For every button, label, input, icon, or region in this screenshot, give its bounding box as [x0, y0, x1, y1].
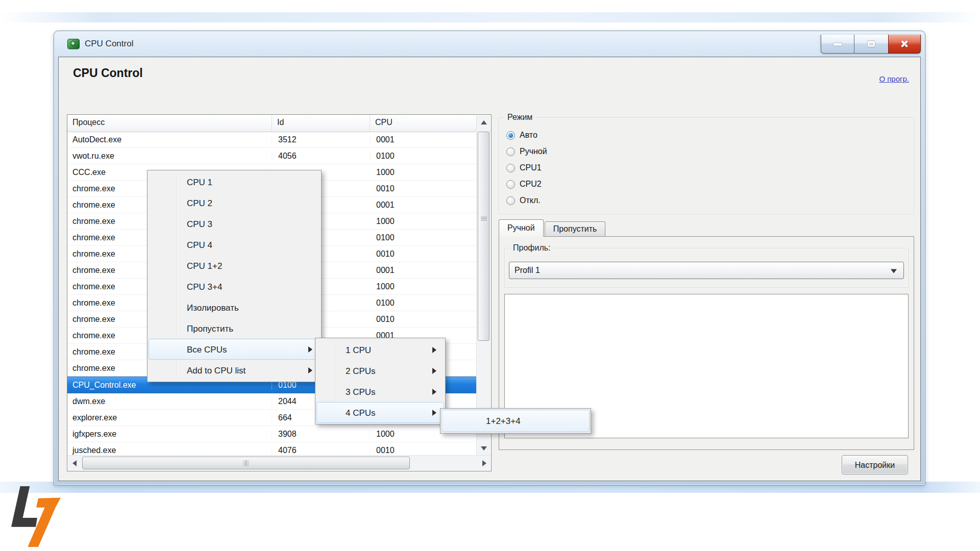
process-cpu-cell: 0100: [370, 233, 477, 242]
context-menu-item[interactable]: CPU 1: [149, 171, 320, 192]
radio-option[interactable]: Ручной: [506, 145, 547, 158]
profile-dropdown[interactable]: Profil 1: [509, 262, 904, 279]
cpu-count-menu-item[interactable]: 3 CPUs: [316, 381, 444, 402]
submenu-arrow-icon: [432, 368, 436, 374]
menu-item-label: Все CPUs: [187, 345, 227, 355]
process-id-cell: 4076: [272, 446, 370, 455]
menu-item-label: CPU 2: [187, 198, 212, 208]
radio-label: Ручной: [520, 147, 547, 156]
arrow-up-icon: [481, 120, 487, 124]
radio-label: CPU2: [520, 180, 542, 189]
context-menu-item[interactable]: Пропустить: [149, 318, 320, 339]
context-menu-item[interactable]: CPU 1+2: [149, 255, 320, 276]
profile-selected-value: Profil 1: [514, 266, 540, 274]
table-header: Процесс Id CPU: [67, 115, 491, 132]
radio-option[interactable]: CPU2: [506, 178, 542, 190]
chevron-down-icon: [891, 269, 897, 273]
thumb-grip-icon: [244, 460, 249, 466]
column-header-cpu[interactable]: CPU: [370, 115, 472, 132]
context-menu-item[interactable]: CPU 4: [149, 234, 320, 255]
menu-item-label: CPU 4: [187, 240, 212, 250]
process-cpu-cell: 0100: [370, 298, 477, 308]
vertical-scrollbar[interactable]: [476, 115, 491, 455]
context-menu-item[interactable]: Изолировать: [149, 297, 320, 318]
minimize-button[interactable]: [821, 35, 854, 54]
column-header-process[interactable]: Процесс: [67, 115, 272, 132]
process-cpu-cell: 0001: [370, 135, 477, 144]
process-name-cell: jusched.exe: [67, 446, 272, 455]
process-cpu-cell: 0010: [370, 446, 477, 455]
cpu-count-submenu: 1 CPU2 CPUs3 CPUs4 CPUs: [315, 338, 446, 424]
radio-option[interactable]: Авто: [506, 129, 537, 141]
menu-item-label: 1 CPU: [346, 345, 371, 355]
l7-logo: [11, 486, 61, 547]
column-header-id[interactable]: Id: [272, 115, 370, 132]
tab-manual[interactable]: Ручной: [499, 219, 544, 237]
process-cpu-cell: 0010: [370, 249, 477, 259]
menu-item-label: 1+2+3+4: [486, 416, 521, 426]
scroll-left-button[interactable]: [68, 456, 81, 470]
horizontal-scrollbar[interactable]: [68, 455, 491, 470]
maximize-button[interactable]: [854, 35, 888, 54]
background-streak-top: [0, 12, 980, 22]
submenu-arrow-icon: [432, 410, 436, 416]
radio-label: Авто: [520, 131, 537, 140]
radio-icon: [506, 180, 515, 189]
submenu-arrow-icon: [432, 347, 436, 353]
context-menu-item[interactable]: Все CPUs: [149, 339, 320, 360]
scroll-right-button[interactable]: [478, 456, 491, 470]
cpu-count-menu-item[interactable]: 2 CPUs: [316, 360, 444, 381]
close-button[interactable]: [888, 35, 921, 54]
context-menu-item[interactable]: CPU 3+4: [149, 276, 320, 297]
context-menu-item[interactable]: CPU 2: [149, 192, 320, 213]
table-row[interactable]: igfxpers.exe39081000: [67, 426, 477, 442]
scroll-up-button[interactable]: [477, 116, 490, 129]
process-cpu-cell: 1000: [370, 168, 477, 177]
maximize-icon: [868, 41, 875, 47]
table-row[interactable]: vwot.ru.exe40560100: [67, 148, 477, 164]
menu-item-label: CPU 3: [187, 219, 212, 229]
process-cpu-cell: 0010: [370, 315, 477, 324]
radio-label: CPU1: [520, 163, 542, 172]
arrow-right-icon: [482, 460, 486, 466]
horizontal-scroll-thumb[interactable]: [82, 457, 410, 469]
process-id-cell: 3512: [272, 135, 370, 144]
mode-groupbox: Режим АвтоРучнойCPU1CPU2Откл.: [499, 117, 914, 214]
arrow-left-icon: [72, 460, 77, 466]
radio-option[interactable]: CPU1: [506, 162, 542, 174]
process-name-cell: AutoDect.exe: [67, 135, 272, 144]
thumb-grip-icon: [481, 217, 487, 221]
titlebar[interactable]: CPU Control: [54, 31, 925, 57]
vertical-scroll-thumb[interactable]: [478, 132, 489, 341]
process-name-cell: vwot.ru.exe: [67, 152, 272, 161]
process-cpu-cell: 1000: [370, 282, 477, 291]
cpu-count-menu-item[interactable]: 1 CPU: [316, 339, 444, 360]
process-cpu-cell: 0100: [370, 152, 477, 161]
context-menu-item[interactable]: CPU 3: [149, 213, 320, 234]
table-row[interactable]: jusched.exe40760010: [67, 442, 477, 456]
table-row[interactable]: AutoDect.exe35120001: [67, 132, 477, 148]
menu-item-label: 2 CPUs: [346, 366, 376, 376]
profile-group-label: Профиль:: [510, 243, 554, 253]
menu-item-label: CPU 1+2: [187, 261, 222, 271]
submenu-arrow-icon: [432, 389, 436, 395]
close-icon: [900, 39, 909, 48]
context-menu-item[interactable]: Add to CPU list: [149, 360, 320, 381]
settings-button[interactable]: Настройки: [842, 455, 908, 474]
process-name-cell: explorer.exe: [67, 413, 272, 422]
menu-item-label: 3 CPUs: [346, 387, 376, 397]
window-title: CPU Control: [85, 39, 133, 49]
cpu-combo-menu-item[interactable]: 1+2+3+4: [442, 410, 590, 432]
about-link[interactable]: О прогр.: [879, 74, 909, 83]
window-controls: [821, 35, 921, 54]
profile-groupbox: Профиль: Profil 1: [504, 248, 909, 288]
scroll-down-button[interactable]: [477, 442, 490, 455]
radio-label: Откл.: [520, 196, 541, 205]
page-title: CPU Control: [73, 66, 143, 80]
process-name-cell: dwm.exe: [67, 397, 272, 406]
cpu-count-menu-item[interactable]: 4 CPUs: [316, 402, 444, 423]
radio-option[interactable]: Откл.: [506, 194, 541, 207]
tab-skip[interactable]: Пропустить: [545, 221, 606, 237]
menu-item-label: CPU 3+4: [187, 282, 222, 292]
process-cpu-cell: 1000: [370, 217, 477, 226]
